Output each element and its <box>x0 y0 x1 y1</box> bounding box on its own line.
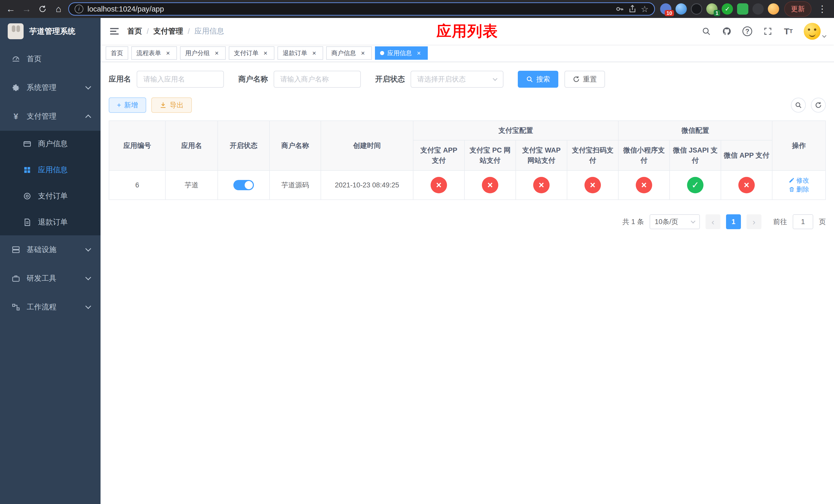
export-button[interactable]: 导出 <box>151 97 192 113</box>
back-icon[interactable]: ← <box>5 3 17 15</box>
table-refresh-button[interactable] <box>811 98 826 113</box>
logo[interactable]: 芋道管理系统 <box>0 18 101 45</box>
sidebar-item-label: 商户信息 <box>38 139 68 149</box>
tab-refund-order[interactable]: 退款订单 × <box>278 46 323 60</box>
chevron-down-icon <box>85 246 91 252</box>
col-merchant-name: 商户名称 <box>269 121 321 170</box>
status-select[interactable]: 请选择开启状态 <box>411 71 503 88</box>
close-icon[interactable]: × <box>359 49 367 57</box>
logo-avatar <box>8 23 24 39</box>
sidebar-item-label: 基础设施 <box>27 245 57 255</box>
tab-label: 商户信息 <box>331 49 356 57</box>
sidebar-item-refund-order[interactable]: 退款订单 <box>0 209 101 235</box>
delete-link[interactable]: 删除 <box>789 185 809 193</box>
enable-switch[interactable] <box>233 180 254 190</box>
extension-avatar-icon[interactable]: 1 <box>706 3 718 15</box>
extension-emoji-icon[interactable] <box>768 3 779 15</box>
tab-merchant-info[interactable]: 商户信息 × <box>326 46 372 60</box>
col-app-name: 应用名 <box>166 121 218 170</box>
close-icon[interactable]: × <box>213 49 221 57</box>
download-icon <box>159 101 167 109</box>
sidebar-item-payment[interactable]: ¥ 支付管理 <box>0 102 101 131</box>
close-icon[interactable]: × <box>415 49 423 57</box>
next-page-button[interactable]: › <box>747 214 762 229</box>
url-text[interactable]: localhost:1024/pay/app <box>87 5 611 13</box>
reset-button[interactable]: 重置 <box>565 71 605 88</box>
add-button[interactable]: + 新增 <box>109 97 146 113</box>
yen-icon: ¥ <box>10 112 22 121</box>
update-button[interactable]: 更新 <box>784 1 811 17</box>
page-1-button[interactable]: 1 <box>726 214 741 229</box>
navbar-actions: ? TT <box>701 23 826 40</box>
edit-link[interactable]: 修改 <box>789 176 809 185</box>
prev-page-button[interactable]: ‹ <box>705 214 720 229</box>
share-icon[interactable] <box>628 5 637 13</box>
page-size-select[interactable]: 10条/页 <box>650 214 700 229</box>
alipay-wap-status-icon: × <box>533 177 550 193</box>
sidebar-item-label: 系统管理 <box>27 83 57 93</box>
user-menu[interactable] <box>804 23 826 40</box>
address-bar[interactable]: i localhost:1024/pay/app ☆ <box>68 2 655 16</box>
app-name-input[interactable] <box>137 71 224 88</box>
col-operations: 操作 <box>772 121 826 170</box>
home-icon[interactable]: ⌂ <box>52 3 65 15</box>
order-icon <box>22 192 33 201</box>
sidebar-item-workflow[interactable]: 工作流程 <box>0 293 101 321</box>
tab-process-form[interactable]: 流程表单 × <box>131 46 177 60</box>
breadcrumb-payment[interactable]: 支付管理 <box>153 26 183 37</box>
bookmark-star-icon[interactable]: ☆ <box>641 4 649 14</box>
close-icon[interactable]: × <box>262 49 269 57</box>
wechat-app-status-icon: × <box>738 177 755 193</box>
server-icon <box>10 245 22 254</box>
sidebar-item-app-info[interactable]: 应用信息 <box>0 157 101 183</box>
sidebar-item-label: 应用信息 <box>38 165 68 175</box>
help-icon[interactable]: ? <box>742 26 752 37</box>
fullscreen-icon[interactable] <box>763 26 773 37</box>
site-info-icon[interactable]: i <box>74 5 83 13</box>
pencil-icon <box>789 177 795 183</box>
search-button[interactable]: 搜索 <box>518 71 558 88</box>
merchant-name-input[interactable] <box>273 71 361 88</box>
wechat-mini-status-icon: × <box>636 177 652 193</box>
sidebar-item-merchant-info[interactable]: 商户信息 <box>0 131 101 157</box>
col-app-id: 应用编号 <box>109 121 166 170</box>
hamburger-icon[interactable] <box>109 26 120 37</box>
close-icon[interactable]: × <box>164 49 172 57</box>
sidebar-item-label: 工作流程 <box>27 302 57 312</box>
search-icon[interactable] <box>701 26 711 37</box>
search-icon <box>795 101 802 109</box>
tab-pay-order[interactable]: 支付订单 × <box>229 46 275 60</box>
sidebar-item-infrastructure[interactable]: 基础设施 <box>0 235 101 264</box>
browser-menu-icon[interactable]: ⋮ <box>815 4 829 14</box>
tab-user-group[interactable]: 用户分组 × <box>180 46 226 60</box>
password-key-icon[interactable] <box>615 5 624 13</box>
sidebar-item-devtools[interactable]: 研发工具 <box>0 264 101 293</box>
forward-icon[interactable]: → <box>21 3 33 15</box>
breadcrumb-separator: / <box>188 27 190 36</box>
search-toggle-button[interactable] <box>791 98 806 113</box>
alipay-pc-status-icon: × <box>482 177 498 193</box>
extension-dark-circle-icon[interactable] <box>691 3 702 15</box>
font-size-icon[interactable]: TT <box>783 26 793 37</box>
extension-check-icon[interactable]: ✓ <box>722 3 733 15</box>
extension-chat-icon[interactable] <box>737 3 748 15</box>
table-row: 6 芋道 芋道源码 2021-10-23 08:49:25 × × × × × … <box>109 170 826 200</box>
sidebar-item-system[interactable]: 系统管理 <box>0 73 101 102</box>
github-icon[interactable] <box>722 26 732 37</box>
close-icon[interactable]: × <box>310 49 318 57</box>
tab-home[interactable]: 首页 <box>106 46 128 60</box>
extension-drop-icon[interactable] <box>676 3 687 15</box>
browser-toolbar: ← → ⌂ i localhost:1024/pay/app ☆ 10 1 <box>0 0 834 18</box>
refresh-icon <box>573 76 580 83</box>
col-wechat-app: 微信 APP 支付 <box>721 140 772 170</box>
tab-app-info[interactable]: 应用信息 × <box>375 46 428 60</box>
extension-pin-icon[interactable] <box>752 3 764 15</box>
search-button-label: 搜索 <box>536 75 550 84</box>
breadcrumb-home[interactable]: 首页 <box>127 26 142 37</box>
reload-icon[interactable] <box>37 3 49 15</box>
sidebar-item-pay-order[interactable]: 支付订单 <box>0 183 101 209</box>
goto-input[interactable] <box>793 214 813 229</box>
extensions-puzzle-icon[interactable]: 10 <box>660 3 672 15</box>
sidebar-item-home[interactable]: 首页 <box>0 45 101 73</box>
cell-app-name: 芋道 <box>166 170 218 200</box>
